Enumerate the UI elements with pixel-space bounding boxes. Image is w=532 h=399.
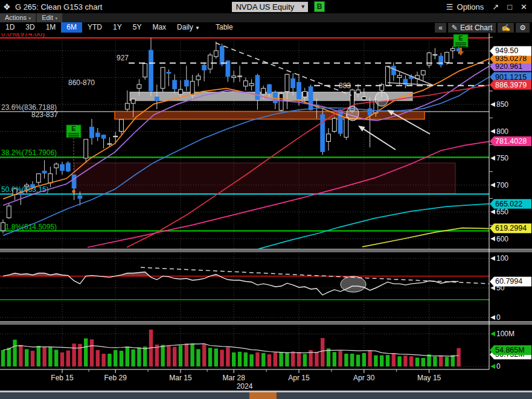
options-button[interactable]: ☰ Options (446, 2, 484, 11)
rsi-tag: 60.7994 (490, 276, 531, 286)
price-annotation: 823-837 (31, 110, 58, 119)
window-controls: ☰ Options ↗ □ ✕ (446, 2, 532, 11)
rsi-highlight-circle (341, 276, 366, 292)
close-icon[interactable]: ✕ (521, 2, 527, 11)
popout-icon[interactable]: ↗ (492, 2, 499, 11)
tag-value: 54.865M (495, 346, 525, 354)
rsi-axis-label: 0 (496, 313, 501, 322)
volume-axis-label: 0 (496, 362, 501, 371)
earnings-marker: E (453, 34, 468, 47)
tag-value: 949.50 (495, 46, 518, 55)
period-1y[interactable]: 1Y (107, 22, 127, 33)
security-name: NVDA US Equity (236, 2, 294, 12)
chevron-down-icon[interactable]: ▼ (300, 2, 306, 12)
right-tools: « ✎ Edit Chart ✍ ⚙ (435, 23, 532, 33)
fib-label: 61.8%(614.5095) (1, 223, 57, 231)
x-axis-label: Mar 15 (169, 374, 192, 382)
price-annotation: 927 (117, 54, 129, 62)
hamburger-icon: ☰ (446, 2, 453, 11)
tag-value: 665.022 (495, 200, 522, 208)
price-tag: 949.50 (490, 46, 531, 56)
x-axis-label: Apr 30 (353, 374, 375, 382)
annotate-icon[interactable]: ✍ (498, 23, 514, 33)
x-axis-label: Feb 29 (104, 374, 127, 382)
b-button[interactable]: B (314, 1, 325, 12)
price-tag: 886.3979 (490, 80, 531, 90)
terminal-window: ✥ G 265: Clean G153 chart NVDA US Equity… (0, 0, 532, 399)
highlight-circle (347, 106, 359, 121)
x-axis-label: Mar 28 (223, 374, 246, 382)
tag-value: 60.7994 (495, 277, 522, 286)
price-tag: 665.022 (490, 199, 531, 209)
price-axis-label: 850 (496, 100, 508, 109)
price-tag: 781.4028 (490, 136, 531, 146)
price-tag: 619.2994 (490, 223, 531, 233)
table-button[interactable]: Table (210, 22, 239, 33)
x-axis-label: May 15 (417, 374, 441, 382)
chart-scrollbar (0, 391, 532, 399)
earnings-arrow (460, 48, 462, 51)
gear-icon[interactable]: ⚙ (516, 23, 530, 33)
security-field[interactable]: NVDA US Equity ▼ (232, 2, 308, 12)
tag-value: 619.2994 (495, 224, 527, 232)
shaded-zone (74, 163, 455, 194)
price-axis-label: 650 (496, 208, 508, 216)
period-1m[interactable]: 1M (40, 22, 62, 33)
tag-value: 781.4028 (495, 137, 527, 145)
period-5y[interactable]: 5Y (127, 22, 147, 33)
menu-bar: Actions ▾ Edit ▾ (0, 13, 532, 22)
chart-toolbar: 1D 3D 1M 6M YTD 1Y 5Y Max Daily ▼ Table … (0, 22, 532, 33)
title-bar: ✥ G 265: Clean G153 chart NVDA US Equity… (0, 0, 532, 13)
fib-label: 38.2%(751.7906) (1, 148, 57, 157)
price-axis-label: 600 (496, 235, 508, 243)
price-axis-label: 700 (496, 181, 508, 190)
earnings-marker: E (66, 125, 81, 138)
highlight-circle (375, 92, 388, 106)
period-3d[interactable]: 3D (20, 22, 40, 33)
x-axis-label: Feb 15 (51, 374, 74, 382)
price-axis-label: 750 (496, 154, 508, 162)
period-6m[interactable]: 6M (61, 22, 82, 33)
volume-axis-label: 100M (496, 330, 514, 338)
edit-chart-button[interactable]: ✎ Edit Chart (448, 23, 496, 33)
period-1d[interactable]: 1D (0, 22, 20, 33)
collapse-button[interactable]: « (435, 23, 446, 33)
frequency-dropdown[interactable]: Daily ▼ (171, 22, 205, 33)
x-axis-year: 2024 (237, 382, 253, 391)
actions-menu[interactable]: Actions ▾ (0, 13, 36, 22)
tag-value: 886.3979 (495, 81, 527, 89)
scrollbar-track[interactable] (0, 392, 532, 399)
volume-last-tag: 54.865M (490, 345, 531, 355)
x-axis-label: Apr 15 (288, 374, 310, 382)
period-max[interactable]: Max (147, 22, 171, 33)
window-title: G 265: Clean G153 chart (15, 2, 103, 11)
svg-text:E: E (458, 34, 463, 42)
fib-label: 0.0%(974.00) (1, 33, 45, 38)
price-axis-label: 800 (496, 127, 508, 136)
pencil-icon: ✎ (452, 23, 458, 33)
maximize-icon[interactable]: □ (507, 2, 512, 11)
earnings-dot (72, 190, 75, 193)
scrollbar-thumb[interactable] (249, 392, 277, 399)
edit-menu[interactable]: Edit ▾ (37, 13, 62, 22)
tag-value: 901.1215 (495, 73, 527, 81)
period-ytd[interactable]: YTD (82, 22, 107, 33)
rsi-axis-label: 100 (496, 254, 508, 263)
price-annotation: 883 (339, 81, 351, 90)
svg-text:E: E (71, 125, 75, 132)
price-annotation: 860-870 (68, 78, 95, 87)
chart-canvas: 0.0%(974.00)23.6%(836.7188)38.2%(751.790… (0, 33, 532, 391)
move-icon[interactable]: ✥ (4, 2, 10, 11)
